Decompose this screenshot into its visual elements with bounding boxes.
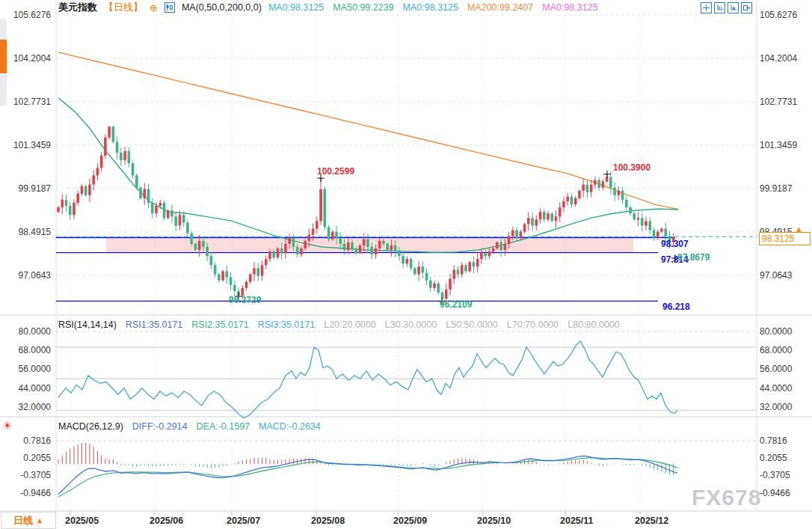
rsi-params: RSI(14,14,14) xyxy=(58,319,117,330)
indicator-line xyxy=(58,458,677,497)
price-annotation: 100.2599 xyxy=(317,166,354,177)
left-scrollbar[interactable] xyxy=(0,19,7,106)
rsi-value-label: L20:20.0000 xyxy=(324,319,376,330)
ma-value-label: MA0:98.3125 xyxy=(268,2,324,13)
ma-params: MA(0,50,0,200,0,0) xyxy=(182,2,262,13)
indicator-line xyxy=(58,98,678,252)
chart-toolbar xyxy=(701,2,752,13)
period-tag[interactable]: 【日线】 xyxy=(104,1,143,14)
candlestick-chart-icon[interactable] xyxy=(164,2,175,13)
price-annotation: 96.2109 xyxy=(440,299,472,310)
price-up-arrow-icon: ▲ xyxy=(795,224,803,233)
rsi-value-label: RSI1:35.0171 xyxy=(126,319,182,330)
crosshair-icon[interactable] xyxy=(701,2,712,13)
current-price-badge: 98.3125 xyxy=(759,232,811,245)
indicator-line xyxy=(58,52,678,210)
date-axis-label: 2025/08 xyxy=(311,516,345,526)
level-label: 97.8679 xyxy=(677,252,710,263)
axis-pan-icon[interactable] xyxy=(728,2,739,13)
date-axis-label: 2025/09 xyxy=(393,516,427,526)
axis-scale-icon[interactable] xyxy=(714,2,725,13)
date-axis-label: 2025/06 xyxy=(150,516,183,526)
circle-plus-icon[interactable]: ⊕ xyxy=(150,2,158,13)
macd-params: MACD(26,12,9) xyxy=(58,421,123,432)
rsi-value-label: RSI2:35.0171 xyxy=(191,319,248,330)
ma-values: MA0:98.3125MA50:99.2239MA0:98.3125MA200:… xyxy=(268,2,598,13)
rsi-value-label: L80:80.0000 xyxy=(568,319,620,330)
period-selector-label: 日线 xyxy=(13,514,33,528)
price-annotation: 96.3729 xyxy=(229,295,261,305)
date-axis-label: 2025/07 xyxy=(227,516,260,526)
trading-chart-window: ☀ 美元指数 【日线】 ⊕ MA(0,50,0,200,0,0) MA0:98.… xyxy=(0,0,812,529)
sun-icon[interactable]: ☀ xyxy=(2,420,12,431)
left-scrollbar-thumb[interactable] xyxy=(0,40,7,73)
exit-fullscreen-icon[interactable] xyxy=(741,2,752,13)
level-label: 98.307 xyxy=(661,239,689,249)
symbol-title: 美元指数 xyxy=(58,1,97,14)
macd-value-label: MACD:-0.2634 xyxy=(259,421,321,432)
price-chart-canvas[interactable] xyxy=(0,0,812,529)
date-axis-label: 2025/12 xyxy=(635,516,668,526)
macd-header: MACD(26,12,9) DIFF:-0.2914DEA:-0.1597MAC… xyxy=(58,421,321,432)
chart-header: 美元指数 【日线】 ⊕ MA(0,50,0,200,0,0) MA0:98.31… xyxy=(58,1,598,13)
ma-value-label: MA200:99.2407 xyxy=(467,2,533,13)
price-annotation: 100.3900 xyxy=(613,162,650,173)
indicator-line xyxy=(58,341,677,418)
ma-value-label: MA0:98.3125 xyxy=(403,2,458,13)
period-selector-button[interactable]: 日线 ▲ xyxy=(1,512,56,529)
date-axis-label: 2025/05 xyxy=(65,516,99,526)
period-selector-arrow-icon: ▲ xyxy=(36,516,43,525)
ma-value-label: MA0:98.3125 xyxy=(542,2,597,13)
rsi-value-label: L50:50.0000 xyxy=(446,319,498,330)
macd-values: DIFF:-0.2914DEA:-0.1597MACD:-0.2634 xyxy=(132,421,321,432)
rsi-value-label: L30:30.0000 xyxy=(385,319,437,330)
indicator-line xyxy=(58,456,677,494)
ma-value-label: MA50:99.2239 xyxy=(333,2,393,13)
rsi-header: RSI(14,14,14) RSI1:35.0171RSI2:35.0171RS… xyxy=(58,319,620,330)
date-axis-label: 2025/11 xyxy=(560,516,594,526)
macd-value-label: DIFF:-0.2914 xyxy=(132,421,188,432)
level-label: 96.218 xyxy=(662,302,690,312)
date-axis-label: 2025/10 xyxy=(477,516,511,526)
macd-value-label: DEA:-0.1597 xyxy=(196,421,250,432)
rsi-value-label: L70:70.0000 xyxy=(507,319,559,330)
rsi-values: RSI1:35.0171RSI2:35.0171RSI3:35.0171L20:… xyxy=(126,319,620,330)
rsi-value-label: RSI3:35.0171 xyxy=(258,319,315,330)
